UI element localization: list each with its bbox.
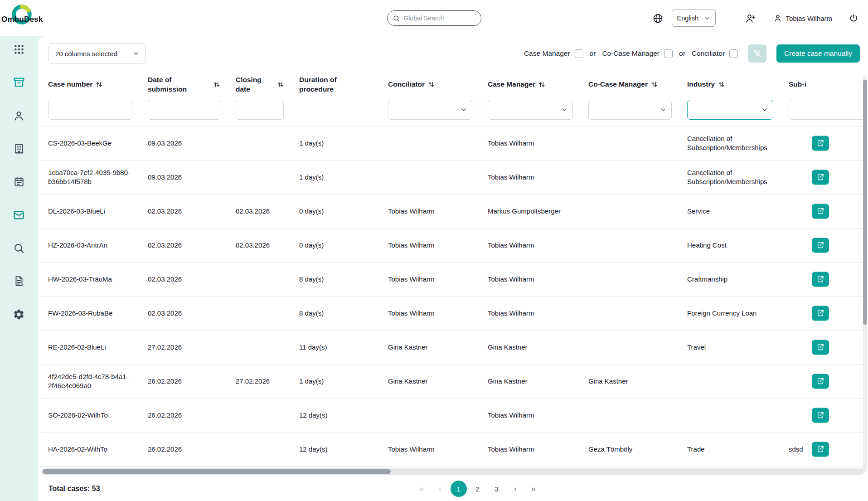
sidebar-item-settings[interactable]: [12, 307, 26, 321]
horizontal-scrollbar-thumb[interactable]: [43, 469, 391, 474]
cell-closing-date: [228, 399, 291, 432]
cell-conciliator: Tobias Wilharm: [380, 297, 480, 330]
filter-case-number-input[interactable]: [48, 100, 132, 120]
invite-user-button[interactable]: [745, 13, 756, 24]
language-select[interactable]: English: [672, 10, 716, 27]
sidebar-item-calendar[interactable]: [12, 175, 26, 189]
cell-industry: Trade: [679, 433, 781, 466]
filter-case-manager-select[interactable]: [488, 100, 573, 120]
logout-button[interactable]: [849, 13, 859, 24]
cell-co-case-manager: [581, 126, 679, 160]
cases-table: Case number Date of submission Closing d…: [40, 69, 865, 467]
next-page-button[interactable]: ›: [508, 481, 523, 496]
cell-duration: 11 day(s): [291, 331, 380, 364]
cell-date-of-submission: 09.03.2026: [140, 161, 228, 194]
cell-duration: 0 day(s): [291, 195, 380, 228]
last-page-button[interactable]: »: [526, 481, 541, 496]
chevron-down-icon: [761, 106, 768, 113]
or-label: or: [590, 49, 596, 58]
column-header-date-of-submission[interactable]: Date of submission: [140, 75, 228, 94]
page-button-2[interactable]: 2: [470, 481, 486, 497]
filter-industry-select[interactable]: [687, 100, 773, 120]
column-header-co-case-manager[interactable]: Co-Case Manager: [581, 75, 679, 94]
sort-icon[interactable]: [96, 81, 102, 88]
create-case-button[interactable]: Create case manually: [776, 44, 860, 63]
open-case-button[interactable]: [812, 306, 829, 321]
sidebar-item-search[interactable]: [12, 241, 26, 255]
chevron-down-icon: [460, 106, 467, 113]
chevron-down-icon: [659, 106, 667, 113]
column-label: Duration of procedure: [299, 75, 373, 94]
page-button-1[interactable]: 1: [451, 481, 467, 497]
filter-sub-industry-input[interactable]: [789, 100, 865, 120]
sidebar-item-contacts[interactable]: [12, 109, 26, 122]
sort-icon[interactable]: [213, 81, 220, 88]
cell-case-manager: Tobias Wilharm: [480, 433, 581, 466]
columns-select-dropdown[interactable]: 20 columns selected: [48, 44, 145, 63]
sort-icon[interactable]: [718, 81, 725, 88]
cell-conciliator: Tobias Wilharm: [380, 433, 480, 466]
sidebar-item-messages[interactable]: [12, 208, 26, 222]
column-label: Closing date: [236, 75, 274, 94]
vertical-scrollbar[interactable]: [863, 76, 867, 472]
cell-closing-date: [228, 331, 291, 364]
first-page-button[interactable]: «: [414, 481, 430, 496]
globe-icon: [652, 13, 664, 24]
sidebar-item-documents[interactable]: [12, 274, 26, 288]
cell-industry: Travel: [679, 331, 781, 364]
column-header-closing-date[interactable]: Closing date: [228, 75, 291, 94]
open-case-button[interactable]: [812, 442, 829, 457]
user-menu[interactable]: Tobias Wilharm: [773, 14, 832, 23]
cell-duration: 8 day(s): [291, 297, 380, 330]
clear-filters-button[interactable]: [748, 44, 766, 63]
horizontal-scrollbar[interactable]: [41, 468, 864, 475]
sort-icon[interactable]: [428, 81, 435, 88]
sort-icon[interactable]: [277, 81, 284, 88]
case-manager-checkbox[interactable]: [575, 49, 583, 58]
filter-date-of-submission-input[interactable]: [148, 100, 220, 120]
column-label: Case number: [48, 80, 92, 89]
vertical-scrollbar-thumb[interactable]: [863, 80, 867, 325]
language-globe-button[interactable]: [652, 13, 664, 24]
open-case-button[interactable]: [812, 374, 829, 389]
filter-co-case-manager-select[interactable]: [588, 100, 672, 120]
open-case-button[interactable]: [812, 340, 829, 355]
column-header-conciliator[interactable]: Conciliator: [380, 75, 480, 94]
column-header-case-manager[interactable]: Case Manager: [480, 75, 581, 94]
sort-icon[interactable]: [651, 81, 658, 88]
co-case-manager-checkbox[interactable]: [664, 49, 673, 58]
prev-page-button[interactable]: ‹: [432, 481, 448, 496]
open-case-button[interactable]: [812, 238, 829, 253]
table-row: HZ-2026-03-AntrAn 02.03.2026 02.03.2026 …: [40, 229, 865, 263]
main-content: 20 columns selected Case Manager or Co-C…: [38, 36, 868, 501]
cell-industry: [679, 399, 781, 432]
case-manager-filter-label: Case Manager: [524, 49, 570, 58]
cell-co-case-manager: [581, 331, 679, 364]
sidebar-item-cases[interactable]: [12, 76, 26, 89]
cell-co-case-manager: [581, 229, 679, 262]
apps-grid-icon: [13, 44, 25, 55]
open-case-button[interactable]: [812, 204, 829, 219]
column-header-case-number[interactable]: Case number: [40, 75, 140, 94]
open-case-button[interactable]: [812, 408, 829, 423]
brand-logo[interactable]: OmbuDesk: [0, 0, 59, 36]
sidebar-item-organizations[interactable]: [12, 142, 26, 156]
filter-conciliator-select[interactable]: [388, 100, 472, 120]
column-header-sub-industry[interactable]: Sub-i: [781, 75, 865, 94]
cell-date-of-submission: 26.02.2026: [140, 365, 228, 398]
page-button-3[interactable]: 3: [489, 481, 505, 497]
open-case-button[interactable]: [812, 170, 829, 185]
sort-icon[interactable]: [538, 81, 545, 88]
table-row: 1cba70ca-7ef2-4035-9b80-b36bb14f578b 09.…: [40, 161, 865, 195]
open-case-button[interactable]: [812, 272, 829, 287]
global-search-input[interactable]: [387, 10, 481, 26]
filter-closing-date-input[interactable]: [236, 100, 284, 120]
sidebar-item-apps[interactable]: [12, 43, 26, 56]
cell-duration: 1 day(s): [291, 161, 380, 194]
or-label: or: [679, 49, 685, 58]
column-header-industry[interactable]: Industry: [679, 75, 781, 94]
conciliator-filter-label: Conciliator: [692, 49, 725, 58]
conciliator-checkbox[interactable]: [729, 49, 738, 58]
open-case-button[interactable]: [812, 136, 829, 151]
column-header-duration: Duration of procedure: [291, 75, 380, 94]
